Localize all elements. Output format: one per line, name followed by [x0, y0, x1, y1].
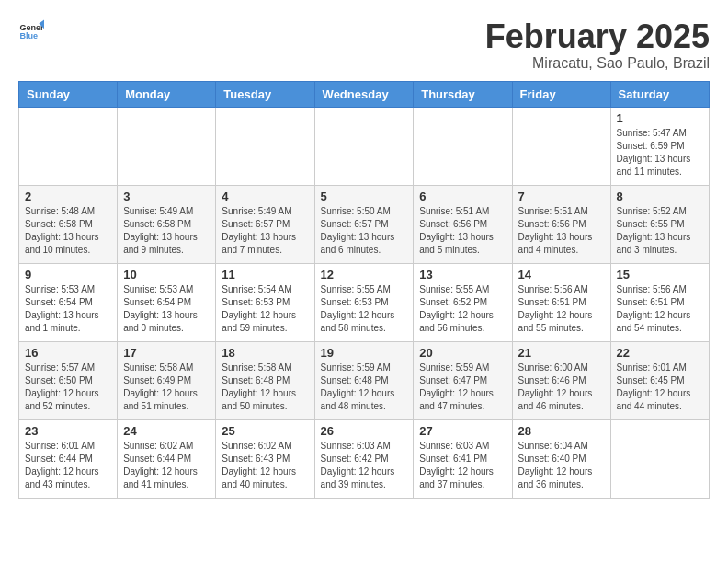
day-info: Sunrise: 6:01 AM Sunset: 6:44 PM Dayligh… — [25, 440, 111, 491]
day-number: 14 — [518, 268, 605, 282]
day-number: 13 — [419, 268, 506, 282]
week-row-1: 1Sunrise: 5:47 AM Sunset: 6:59 PM Daylig… — [19, 107, 710, 185]
day-number: 6 — [419, 190, 506, 203]
header-saturday: Saturday — [610, 81, 709, 107]
header-sunday: Sunday — [19, 81, 118, 107]
calendar-cell: 23Sunrise: 6:01 AM Sunset: 6:44 PM Dayli… — [19, 419, 118, 498]
day-number: 3 — [123, 190, 210, 203]
day-number: 11 — [222, 268, 308, 282]
title-area: February 2025 Miracatu, Sao Paulo, Brazi… — [485, 18, 710, 72]
calendar-cell: 15Sunrise: 5:56 AM Sunset: 6:51 PM Dayli… — [610, 263, 709, 341]
calendar-cell: 1Sunrise: 5:47 AM Sunset: 6:59 PM Daylig… — [610, 107, 709, 185]
calendar-cell — [314, 107, 414, 185]
calendar-cell: 12Sunrise: 5:55 AM Sunset: 6:53 PM Dayli… — [314, 263, 414, 341]
page-header: General Blue February 2025 Miracatu, Sao… — [18, 18, 710, 72]
day-info: Sunrise: 5:53 AM Sunset: 6:54 PM Dayligh… — [123, 283, 210, 335]
calendar-cell: 10Sunrise: 5:53 AM Sunset: 6:54 PM Dayli… — [118, 263, 216, 341]
day-number: 20 — [419, 346, 506, 360]
day-number: 19 — [321, 346, 408, 360]
day-info: Sunrise: 5:56 AM Sunset: 6:51 PM Dayligh… — [518, 283, 605, 335]
day-info: Sunrise: 5:55 AM Sunset: 6:52 PM Dayligh… — [419, 283, 506, 335]
calendar-header-row: SundayMondayTuesdayWednesdayThursdayFrid… — [19, 81, 710, 107]
day-number: 24 — [123, 424, 210, 438]
day-info: Sunrise: 5:50 AM Sunset: 6:57 PM Dayligh… — [321, 205, 408, 257]
calendar-cell: 26Sunrise: 6:03 AM Sunset: 6:42 PM Dayli… — [314, 419, 414, 498]
header-friday: Friday — [512, 81, 610, 107]
calendar-cell: 17Sunrise: 5:58 AM Sunset: 6:49 PM Dayli… — [118, 341, 216, 419]
calendar-cell — [414, 107, 512, 185]
day-info: Sunrise: 5:54 AM Sunset: 6:53 PM Dayligh… — [222, 283, 308, 335]
calendar-cell: 14Sunrise: 5:56 AM Sunset: 6:51 PM Dayli… — [512, 263, 610, 341]
header-thursday: Thursday — [414, 81, 512, 107]
week-row-2: 2Sunrise: 5:48 AM Sunset: 6:58 PM Daylig… — [19, 185, 710, 263]
day-number: 23 — [25, 424, 111, 438]
week-row-4: 16Sunrise: 5:57 AM Sunset: 6:50 PM Dayli… — [19, 341, 710, 419]
calendar-cell: 2Sunrise: 5:48 AM Sunset: 6:58 PM Daylig… — [19, 185, 118, 263]
calendar-cell: 5Sunrise: 5:50 AM Sunset: 6:57 PM Daylig… — [314, 185, 414, 263]
day-number: 27 — [419, 424, 506, 438]
day-info: Sunrise: 6:02 AM Sunset: 6:43 PM Dayligh… — [222, 440, 308, 491]
header-wednesday: Wednesday — [314, 81, 414, 107]
day-info: Sunrise: 5:49 AM Sunset: 6:57 PM Dayligh… — [222, 205, 308, 257]
day-number: 16 — [25, 346, 111, 360]
day-number: 26 — [321, 424, 408, 438]
calendar-cell: 21Sunrise: 6:00 AM Sunset: 6:46 PM Dayli… — [512, 341, 610, 419]
day-number: 5 — [321, 190, 408, 203]
calendar-cell: 3Sunrise: 5:49 AM Sunset: 6:58 PM Daylig… — [118, 185, 216, 263]
day-info: Sunrise: 5:55 AM Sunset: 6:53 PM Dayligh… — [321, 283, 408, 335]
day-number: 12 — [321, 268, 408, 282]
week-row-5: 23Sunrise: 6:01 AM Sunset: 6:44 PM Dayli… — [19, 419, 710, 498]
day-number: 15 — [617, 268, 703, 282]
calendar-cell — [118, 107, 216, 185]
day-info: Sunrise: 6:02 AM Sunset: 6:44 PM Dayligh… — [123, 440, 210, 491]
day-number: 7 — [518, 190, 605, 203]
day-info: Sunrise: 5:49 AM Sunset: 6:58 PM Dayligh… — [123, 205, 210, 257]
day-info: Sunrise: 5:48 AM Sunset: 6:58 PM Dayligh… — [25, 205, 111, 257]
calendar-cell: 8Sunrise: 5:52 AM Sunset: 6:55 PM Daylig… — [610, 185, 709, 263]
day-number: 9 — [25, 268, 111, 282]
day-info: Sunrise: 5:59 AM Sunset: 6:47 PM Dayligh… — [419, 362, 506, 413]
day-info: Sunrise: 6:01 AM Sunset: 6:45 PM Dayligh… — [617, 362, 703, 413]
day-info: Sunrise: 5:56 AM Sunset: 6:51 PM Dayligh… — [617, 283, 703, 335]
calendar-cell: 24Sunrise: 6:02 AM Sunset: 6:44 PM Dayli… — [118, 419, 216, 498]
svg-text:Blue: Blue — [19, 31, 38, 40]
calendar-cell: 22Sunrise: 6:01 AM Sunset: 6:45 PM Dayli… — [610, 341, 709, 419]
day-info: Sunrise: 6:04 AM Sunset: 6:40 PM Dayligh… — [518, 440, 605, 491]
day-number: 28 — [518, 424, 605, 438]
day-info: Sunrise: 6:03 AM Sunset: 6:41 PM Dayligh… — [419, 440, 506, 491]
calendar-cell: 27Sunrise: 6:03 AM Sunset: 6:41 PM Dayli… — [414, 419, 512, 498]
day-info: Sunrise: 5:53 AM Sunset: 6:54 PM Dayligh… — [25, 283, 111, 335]
day-number: 1 — [617, 111, 703, 125]
calendar-title: February 2025 — [485, 18, 710, 55]
calendar-cell: 18Sunrise: 5:58 AM Sunset: 6:48 PM Dayli… — [216, 341, 314, 419]
day-info: Sunrise: 5:51 AM Sunset: 6:56 PM Dayligh… — [419, 205, 506, 257]
calendar-cell: 4Sunrise: 5:49 AM Sunset: 6:57 PM Daylig… — [216, 185, 314, 263]
day-number: 8 — [617, 190, 703, 203]
logo: General Blue — [18, 18, 46, 44]
logo-icon: General Blue — [18, 18, 44, 44]
day-number: 18 — [222, 346, 308, 360]
calendar-cell — [19, 107, 118, 185]
calendar-cell: 9Sunrise: 5:53 AM Sunset: 6:54 PM Daylig… — [19, 263, 118, 341]
day-info: Sunrise: 5:52 AM Sunset: 6:55 PM Dayligh… — [617, 205, 703, 257]
calendar-cell: 16Sunrise: 5:57 AM Sunset: 6:50 PM Dayli… — [19, 341, 118, 419]
calendar-table: SundayMondayTuesdayWednesdayThursdayFrid… — [18, 81, 710, 499]
calendar-cell: 19Sunrise: 5:59 AM Sunset: 6:48 PM Dayli… — [314, 341, 414, 419]
calendar-cell: 13Sunrise: 5:55 AM Sunset: 6:52 PM Dayli… — [414, 263, 512, 341]
calendar-cell: 20Sunrise: 5:59 AM Sunset: 6:47 PM Dayli… — [414, 341, 512, 419]
calendar-cell: 28Sunrise: 6:04 AM Sunset: 6:40 PM Dayli… — [512, 419, 610, 498]
day-info: Sunrise: 5:58 AM Sunset: 6:49 PM Dayligh… — [123, 362, 210, 413]
calendar-subtitle: Miracatu, Sao Paulo, Brazil — [485, 55, 710, 72]
day-info: Sunrise: 5:57 AM Sunset: 6:50 PM Dayligh… — [25, 362, 111, 413]
day-info: Sunrise: 5:59 AM Sunset: 6:48 PM Dayligh… — [321, 362, 408, 413]
day-info: Sunrise: 6:00 AM Sunset: 6:46 PM Dayligh… — [518, 362, 605, 413]
header-monday: Monday — [118, 81, 216, 107]
calendar-cell — [610, 419, 709, 498]
day-info: Sunrise: 6:03 AM Sunset: 6:42 PM Dayligh… — [321, 440, 408, 491]
day-number: 2 — [25, 190, 111, 203]
calendar-cell: 6Sunrise: 5:51 AM Sunset: 6:56 PM Daylig… — [414, 185, 512, 263]
day-info: Sunrise: 5:51 AM Sunset: 6:56 PM Dayligh… — [518, 205, 605, 257]
day-number: 22 — [617, 346, 703, 360]
calendar-cell: 7Sunrise: 5:51 AM Sunset: 6:56 PM Daylig… — [512, 185, 610, 263]
day-number: 4 — [222, 190, 308, 203]
